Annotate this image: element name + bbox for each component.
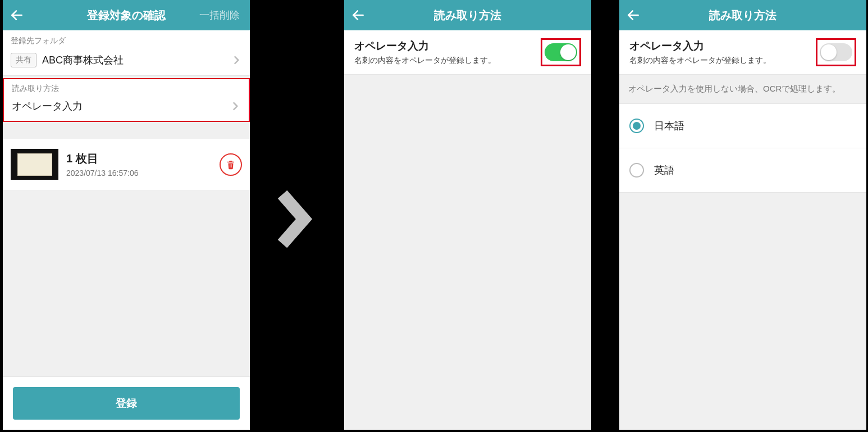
chevron-right-icon	[230, 101, 241, 112]
operator-label: オペレータ入力	[629, 39, 816, 53]
footer-area: 登録	[3, 376, 250, 430]
submit-button[interactable]: 登録	[13, 387, 240, 420]
operator-toggle-highlight	[816, 38, 856, 66]
language-list: 日本語 英語	[619, 103, 866, 193]
operator-input-row: オペレータ入力 名刺の内容をオペレータが登録します。	[344, 30, 591, 75]
operator-desc: 名刺の内容をオペレータが登録します。	[354, 56, 541, 66]
toggle-knob	[821, 44, 837, 60]
chevron-right-icon	[231, 54, 242, 66]
card-title: 1 枚目	[66, 151, 212, 166]
screen-confirm-registration: 登録対象の確認 一括削除 登録先フォルダ 共有 ABC商事株式会社 読み取り方法…	[3, 0, 250, 430]
ocr-helper-text: オペレータ入力を使用しない場合、OCRで処理します。	[619, 75, 866, 103]
arrow-left-icon	[351, 8, 366, 22]
language-label: 日本語	[654, 119, 684, 133]
operator-texts: オペレータ入力 名刺の内容をオペレータが登録します。	[354, 39, 541, 66]
delete-card-button[interactable]	[220, 153, 242, 176]
read-method-value: オペレータ入力	[12, 99, 230, 113]
bulk-delete-button[interactable]: 一括削除	[199, 8, 250, 22]
card-row: 1 枚目 2023/07/13 16:57:06	[3, 139, 250, 190]
back-button[interactable]	[344, 0, 372, 30]
page-title: 読み取り方法	[344, 8, 591, 23]
header-bar: 読み取り方法	[344, 0, 591, 30]
back-button[interactable]	[619, 0, 647, 30]
screen-read-method-on: 読み取り方法 オペレータ入力 名刺の内容をオペレータが登録します。	[344, 0, 591, 430]
card-texts: 1 枚目 2023/07/13 16:57:06	[66, 151, 212, 178]
radio-icon	[629, 163, 644, 178]
back-button[interactable]	[3, 0, 31, 30]
trash-icon	[226, 160, 236, 170]
radio-icon	[629, 119, 644, 133]
operator-texts: オペレータ入力 名刺の内容をオペレータが登録します。	[629, 39, 816, 66]
operator-label: オペレータ入力	[354, 39, 541, 53]
read-method-row[interactable]: オペレータ入力	[4, 97, 249, 121]
language-label: 英語	[654, 163, 674, 177]
language-option-english[interactable]: 英語	[619, 148, 866, 193]
page-title: 読み取り方法	[619, 8, 866, 23]
card-timestamp: 2023/07/13 16:57:06	[66, 169, 212, 178]
read-method-block: 読み取り方法 オペレータ入力	[3, 78, 250, 122]
flow-arrow-icon	[275, 188, 314, 250]
shared-badge: 共有	[11, 53, 36, 67]
folder-name: ABC商事株式会社	[42, 53, 231, 67]
header-bar: 読み取り方法	[619, 0, 866, 30]
folder-row[interactable]: 共有 ABC商事株式会社	[3, 49, 250, 76]
language-option-japanese[interactable]: 日本語	[619, 104, 866, 148]
screen-read-method-off: 読み取り方法 オペレータ入力 名刺の内容をオペレータが登録します。 オペレータ入…	[619, 0, 866, 430]
read-method-section-label: 読み取り方法	[4, 79, 249, 97]
toggle-knob	[560, 44, 576, 60]
operator-input-row: オペレータ入力 名刺の内容をオペレータが登録します。	[619, 30, 866, 75]
operator-desc: 名刺の内容をオペレータが登録します。	[629, 56, 816, 66]
operator-toggle[interactable]	[820, 43, 852, 61]
folder-section-label: 登録先フォルダ	[3, 30, 250, 49]
operator-toggle[interactable]	[545, 43, 577, 61]
arrow-left-icon	[10, 8, 24, 22]
operator-toggle-highlight	[541, 38, 581, 66]
arrow-left-icon	[626, 8, 641, 22]
header-bar: 登録対象の確認 一括削除	[3, 0, 250, 30]
card-thumbnail[interactable]	[11, 149, 58, 180]
